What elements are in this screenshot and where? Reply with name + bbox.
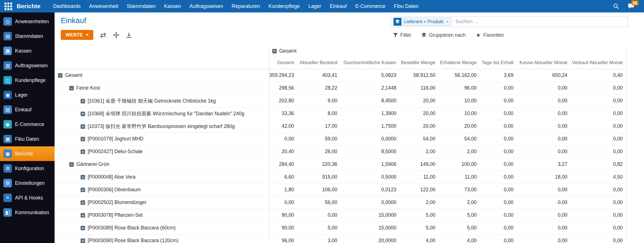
pivot-value-cell[interactable]: 149,00 (400, 158, 439, 171)
search-icon[interactable] (613, 3, 619, 9)
top-menu-e-commerce[interactable]: E-Commerce (351, 0, 390, 12)
pivot-value-cell[interactable]: 0,00 (517, 120, 571, 133)
pivot-value-cell[interactable]: 0,00 (480, 94, 517, 107)
pivot-row-header[interactable]: +[10361] 金鹿 干辣椒段 朝天椒 Getrocknete Chilist… (55, 94, 269, 107)
pivot-value-cell[interactable]: 15,0000 (341, 222, 400, 234)
sidebar-item-konfiguration[interactable]: ⚙Konfiguration (0, 161, 55, 176)
expand-icon[interactable]: + (81, 213, 85, 218)
pivot-value-cell[interactable]: 20,40 (269, 145, 297, 158)
group-by-button[interactable]: Gruppieren nach (422, 32, 466, 38)
pivot-measure-header-verkauf-aktueller-monat[interactable]: Verkauf Aktueller Monat (571, 57, 626, 69)
pivot-measure-header-bestellte-menge[interactable]: Bestellte Menge (400, 57, 439, 69)
top-menu-lager[interactable]: Lager (304, 0, 326, 12)
pivot-value-cell[interactable]: 3,00 (297, 234, 341, 243)
pivot-value-cell[interactable]: 20,00 (439, 120, 480, 133)
pivot-value-cell[interactable]: 3,27 (517, 158, 571, 171)
search-input-placeholder[interactable]: Suchen ... (455, 19, 478, 25)
pivot-value-cell[interactable]: 59,00 (297, 133, 341, 145)
pivot-value-cell[interactable]: 0,00 (517, 196, 571, 209)
pivot-value-cell[interactable]: 96,00 (269, 234, 297, 243)
pivot-value-cell[interactable]: 5,00 (439, 222, 480, 234)
pivot-value-cell[interactable]: 0,0123 (341, 183, 400, 196)
pivot-value-cell[interactable]: 5,00 (439, 209, 480, 222)
pivot-value-cell[interactable]: 90,00 (269, 209, 297, 222)
top-menu-kassen[interactable]: Kassen (160, 0, 185, 12)
pivot-row-header[interactable]: +[P0000306] Olivenbaum (55, 183, 269, 196)
pivot-row-header[interactable]: +[P0003090] Rose Black Baccara (120cm) (55, 234, 269, 243)
pivot-value-cell[interactable]: 0,00 (480, 120, 517, 133)
favorites-button[interactable]: ★ Favoriten (476, 32, 504, 38)
pivot-value-cell[interactable]: 0,00 (480, 158, 517, 171)
top-menu-reparaturen[interactable]: Reparaturen (227, 0, 264, 12)
pivot-value-cell[interactable]: 284,40 (269, 158, 297, 171)
pivot-value-cell[interactable]: 5,00 (297, 222, 341, 234)
pivot-value-cell[interactable]: 0,00 (571, 82, 626, 94)
facet-remove-icon[interactable]: × (446, 19, 449, 24)
pivot-value-cell[interactable]: 28,22 (297, 82, 341, 94)
pivot-measure-header-aktueller-bestand[interactable]: Aktueller Bestand (297, 57, 341, 69)
pivot-value-cell[interactable]: 33,36 (269, 107, 297, 120)
pivot-row-header[interactable]: −Feine Kost (55, 82, 269, 94)
pivot-value-cell[interactable]: 0,82 (571, 158, 626, 171)
pivot-row-header[interactable]: +[P0003089] Rose Black Baccara (60cm) (55, 222, 269, 234)
pivot-value-cell[interactable]: 58.912,50 (400, 69, 439, 82)
pivot-value-cell[interactable]: 17,00 (297, 120, 341, 133)
pivot-value-cell[interactable]: 8,5000 (341, 145, 400, 158)
pivot-row-header[interactable]: +[P0003078] Pflanzen-Set (55, 209, 269, 222)
pivot-value-cell[interactable]: 0,00 (571, 133, 626, 145)
pivot-value-cell[interactable]: 0,00 (571, 94, 626, 107)
pivot-value-cell[interactable]: 1,7500 (341, 120, 400, 133)
pivot-value-cell[interactable]: 56.162,00 (439, 69, 480, 82)
pivot-value-cell[interactable]: 0,5000 (341, 171, 400, 183)
pivot-value-cell[interactable]: 10,00 (439, 94, 480, 107)
sidebar-item-fibu-daten[interactable]: ▦Fibu Daten (0, 132, 55, 146)
pivot-value-cell[interactable]: 20,00 (400, 94, 439, 107)
apps-grid-icon[interactable] (5, 3, 12, 10)
pivot-value-cell[interactable]: 0,00 (480, 145, 517, 158)
top-menu-anwesenheit[interactable]: Anwesenheit (85, 0, 122, 12)
pivot-value-cell[interactable]: 18,00 (517, 171, 571, 183)
pivot-value-cell[interactable]: 116,00 (400, 82, 439, 94)
expand-icon[interactable]: + (81, 112, 85, 116)
pivot-value-cell[interactable]: 2,00 (439, 145, 480, 158)
download-icon[interactable] (126, 32, 132, 38)
search-bar[interactable]: Lieferant > Produkt × Suchen ... (390, 16, 628, 27)
pivot-value-cell[interactable]: 2,00 (439, 196, 480, 209)
pivot-value-cell[interactable]: 2,1448 (341, 82, 400, 94)
pivot-value-cell[interactable]: 54,00 (400, 133, 439, 145)
pivot-row-header[interactable]: −Gesamt (55, 69, 269, 82)
chat-icon[interactable]: 16 (628, 3, 634, 9)
sidebar-item-kommunikation[interactable]: ◧Kommunikation (0, 205, 55, 220)
sidebar-item-api-hooks[interactable]: ≡API & Hooks (0, 190, 55, 205)
pivot-measure-header-erhaltene-menge[interactable]: Erhaltene Menge (439, 57, 480, 69)
pivot-value-cell[interactable]: 26,00 (297, 145, 341, 158)
pivot-value-cell[interactable]: 11,00 (439, 171, 480, 183)
expand-icon[interactable]: + (81, 149, 85, 154)
pivot-value-cell[interactable]: 0,00 (269, 196, 297, 209)
pivot-value-cell[interactable]: 915,00 (297, 171, 341, 183)
pivot-row-header[interactable]: +[10373] 饭扫光 家常野竹笋 Bambussprossen eingel… (55, 120, 269, 133)
pivot-value-cell[interactable]: 42,00 (269, 120, 297, 133)
pivot-row-header[interactable]: +[P0002502] Blumendünger (55, 196, 269, 209)
pivot-value-cell[interactable]: 202,80 (269, 94, 297, 107)
pivot-value-cell[interactable]: 8,4500 (341, 94, 400, 107)
sidebar-item-auftragswesen[interactable]: ▥Auftragswesen (0, 58, 55, 73)
pivot-value-cell[interactable]: 122,00 (400, 183, 439, 196)
pivot-value-cell[interactable]: 0,00 (480, 171, 517, 183)
pivot-value-cell[interactable]: 0,00 (571, 145, 626, 158)
app-title[interactable]: Berichte (17, 3, 40, 10)
top-menu-kundenpflege[interactable]: Kundenpflege (264, 0, 304, 12)
pivot-value-cell[interactable]: 5,00 (400, 222, 439, 234)
sidebar-item-lager[interactable]: ▣Lager (0, 88, 55, 102)
measures-button[interactable]: WERTE (61, 30, 93, 40)
top-menu-auftragswesen[interactable]: Auftragswesen (185, 0, 227, 12)
pivot-value-cell[interactable]: 298,56 (269, 82, 297, 94)
pivot-value-cell[interactable]: 0,00 (571, 107, 626, 120)
pivot-value-cell[interactable]: 20,00 (400, 107, 439, 120)
pivot-value-cell[interactable]: 6,60 (269, 171, 297, 183)
expand-icon[interactable]: + (81, 188, 85, 192)
sidebar-item-stammdaten[interactable]: ▤Stammdaten (0, 29, 55, 44)
pivot-value-cell[interactable]: 1,5906 (341, 158, 400, 171)
pivot-measure-header-kasse-aktueller-monat[interactable]: Kasse Aktueller Monat (517, 57, 571, 69)
pivot-value-cell[interactable]: 0,00 (571, 183, 626, 196)
